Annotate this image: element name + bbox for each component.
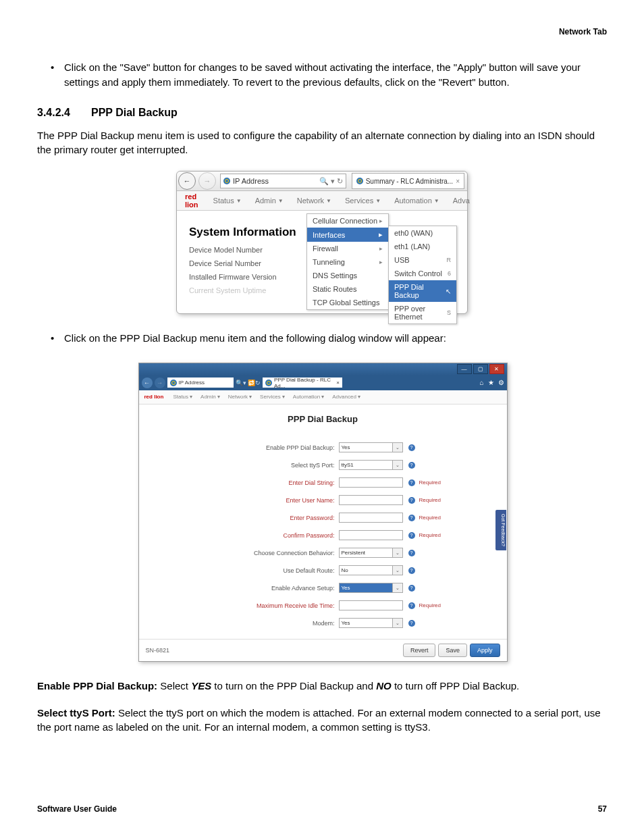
save-button[interactable]: Save — [438, 644, 467, 657]
menu-automation[interactable]: Automation▾ — [293, 394, 324, 400]
dd-item-ppp-dial-backup[interactable]: PPP Dial Backup↖ — [389, 280, 456, 302]
field-adv: Enable Advance Setup:Yes⌄? — [139, 579, 507, 597]
favorite-icon[interactable]: ★ — [488, 379, 494, 386]
dd-item-ppp-over-ethernet[interactable]: PPP over EthernetS — [389, 302, 456, 323]
intro-bullet: • Click on the "Save" button for changes… — [51, 60, 607, 90]
home-icon[interactable]: ⌂ — [479, 379, 483, 386]
gear-icon[interactable]: ⚙ — [498, 379, 504, 386]
minimize-button[interactable]: — — [457, 364, 472, 374]
desc-ttys: Select ttyS Port: Select the ttyS port o… — [37, 706, 607, 735]
forward-button[interactable]: → — [155, 377, 165, 388]
input-dial[interactable] — [339, 477, 403, 488]
menu-network[interactable]: Network▼ — [297, 197, 331, 205]
search-refresh-icons[interactable]: 🔍▾ 🔁↻ — [236, 380, 261, 386]
dd-item-cellular[interactable]: Cellular Connection▸ — [307, 214, 388, 228]
ie-icon — [265, 380, 272, 386]
dd-item-eth0[interactable]: eth0 (WAN) — [389, 226, 456, 240]
dd-item-static-routes[interactable]: Static Routes — [307, 282, 388, 296]
field-behavior: Choose Connection Behavior:Persistent⌄? — [139, 544, 507, 562]
input-adv[interactable]: Yes⌄ — [339, 583, 403, 593]
label-behavior: Choose Connection Behavior: — [139, 550, 339, 556]
close-button[interactable]: ✕ — [489, 364, 504, 374]
network-dropdown[interactable]: Cellular Connection▸ Interfaces▸ Firewal… — [306, 213, 389, 310]
menu-status[interactable]: Status▼ — [213, 197, 242, 205]
menu-status[interactable]: Status▾ — [173, 394, 192, 400]
revert-button[interactable]: Revert — [403, 644, 436, 657]
back-button[interactable]: ← — [142, 377, 153, 388]
menu-admin[interactable]: Admin▼ — [255, 197, 284, 205]
intro-bullet-text: Click on the "Save" button for changes t… — [64, 60, 607, 90]
footer-page-number: 57 — [598, 804, 607, 814]
dd-item-interfaces[interactable]: Interfaces▸ — [307, 228, 388, 242]
desc-enable: Enable PPP Dial Backup: Select YES to tu… — [37, 679, 607, 694]
input-route[interactable]: No⌄ — [339, 565, 403, 575]
apply-button[interactable]: Apply — [470, 644, 500, 657]
forward-button[interactable]: → — [198, 172, 216, 190]
dd-item-tcp-global[interactable]: TCP Global Settings — [307, 296, 388, 309]
footer-left: Software User Guide — [37, 804, 117, 814]
field-dial: Enter Dial String:?Required — [139, 474, 507, 492]
browser-toolbar: ← → IP Address 🔍▾ 🔁↻ PPP Dial Backup - R… — [139, 375, 507, 390]
help-icon[interactable]: ? — [408, 585, 415, 592]
menu-network[interactable]: Network▾ — [228, 394, 252, 400]
back-button[interactable]: ← — [178, 172, 196, 190]
browser-tab[interactable]: PPP Dial Backup - RLC Ad... × — [263, 377, 342, 388]
close-icon[interactable]: × — [456, 178, 460, 185]
dd-item-usb[interactable]: USBR — [389, 253, 456, 267]
menu-services[interactable]: Services▾ — [260, 394, 285, 400]
input-pass[interactable] — [339, 513, 403, 523]
menu-admin[interactable]: Admin▾ — [200, 394, 220, 400]
input-behavior[interactable]: Persistent⌄ — [339, 548, 403, 558]
input-enable[interactable]: Yes⌄ — [339, 442, 403, 452]
input-cpass[interactable] — [339, 530, 403, 540]
interfaces-submenu[interactable]: eth0 (WAN) eth1 (LAN) USBR Switch Contro… — [388, 226, 457, 324]
help-icon[interactable]: ? — [408, 515, 415, 521]
help-icon[interactable]: ? — [408, 620, 415, 627]
help-icon[interactable]: ? — [408, 567, 415, 574]
section-paragraph: The PPP Dial Backup menu item is used to… — [37, 128, 607, 158]
dd-item-tunneling[interactable]: Tunneling▸ — [307, 255, 388, 269]
label-enable: Enable PPP Dial Backup: — [139, 444, 339, 451]
address-bar[interactable]: IP Address 🔍 ▾ ↻ — [220, 174, 346, 188]
maximize-button[interactable]: ▢ — [473, 364, 488, 374]
feedback-tab[interactable]: Got Feedback? — [495, 510, 506, 550]
mid-bullet: • Click on the PPP Dial Backup menu item… — [51, 331, 607, 346]
input-idle[interactable] — [339, 600, 403, 610]
browser-tab[interactable]: Summary - RLC Administra... × — [352, 173, 464, 189]
required-label: Required — [419, 479, 441, 486]
cursor-icon: ↖ — [446, 288, 451, 295]
dd-item-eth1[interactable]: eth1 (LAN) — [389, 240, 456, 253]
chevron-down-icon[interactable]: ⌄ — [392, 443, 402, 452]
ppp-dial-backup-form: PPP Dial Backup Enable PPP Dial Backup:Y… — [139, 405, 507, 639]
help-icon[interactable]: ? — [408, 602, 415, 609]
label-ttys: Select ttyS Port: — [139, 462, 339, 469]
menu-automation[interactable]: Automation▼ — [394, 197, 439, 205]
mid-bullet-text: Click on the PPP Dial Backup menu item a… — [64, 331, 607, 346]
chevron-down-icon[interactable]: ⌄ — [392, 619, 402, 627]
address-bar[interactable]: IP Address — [167, 377, 234, 388]
help-icon[interactable]: ? — [408, 497, 415, 504]
input-ttys[interactable]: ttyS1⌄ — [339, 460, 403, 470]
dd-item-dns[interactable]: DNS Settings — [307, 269, 388, 282]
chevron-down-icon[interactable]: ⌄ — [392, 548, 402, 557]
chevron-down-icon[interactable]: ⌄ — [392, 461, 402, 469]
help-icon[interactable]: ? — [408, 444, 415, 451]
dd-item-firewall[interactable]: Firewall▸ — [307, 242, 388, 255]
field-idle: Maximum Receive Idle Time:?Required — [139, 597, 507, 615]
chevron-down-icon[interactable]: ⌄ — [392, 566, 402, 575]
help-icon[interactable]: ? — [408, 462, 415, 469]
input-modem[interactable]: Yes⌄ — [339, 618, 403, 628]
page-footer: Software User Guide 57 — [37, 804, 607, 814]
help-icon[interactable]: ? — [408, 550, 415, 556]
dd-item-switch-control[interactable]: Switch Control6 — [389, 267, 456, 280]
menu-services[interactable]: Services▼ — [345, 197, 381, 205]
close-icon[interactable]: × — [336, 380, 340, 386]
row-uptime: Current System Uptime — [189, 286, 296, 294]
chevron-down-icon[interactable]: ⌄ — [392, 583, 402, 592]
help-icon[interactable]: ? — [408, 532, 415, 539]
help-icon[interactable]: ? — [408, 479, 415, 486]
input-user[interactable] — [339, 495, 403, 505]
menu-advanced[interactable]: Advanced▾ — [332, 394, 360, 400]
menu-advanced[interactable]: Adva — [453, 197, 470, 205]
search-icon[interactable]: 🔍 ▾ ↻ — [319, 177, 343, 186]
